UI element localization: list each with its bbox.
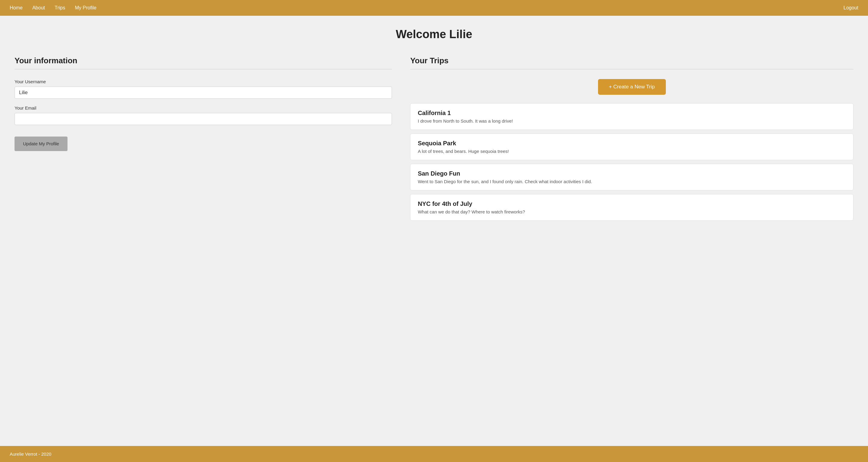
nav-trips[interactable]: Trips (55, 5, 65, 10)
welcome-title: Welcome Lilie (14, 28, 854, 41)
trips-list: California 1I drove from North to South.… (410, 103, 854, 221)
footer-text: Aurelie Verrot - 2020 (10, 452, 52, 457)
trip-card[interactable]: NYC for 4th of JulyWhat can we do that d… (410, 194, 854, 221)
left-divider (14, 69, 392, 69)
trip-card-title: California 1 (417, 110, 846, 117)
username-input[interactable] (14, 87, 392, 99)
your-information-title: Your information (14, 56, 392, 65)
username-label: Your Username (14, 79, 392, 84)
trip-card-description: Went to San Diego for the sun, and I fou… (417, 179, 846, 184)
nav-home[interactable]: Home (10, 5, 23, 10)
trip-card-title: NYC for 4th of July (417, 201, 846, 207)
trip-card-title: San Diego Fun (417, 170, 846, 177)
nav-myprofile[interactable]: My Profile (75, 5, 96, 10)
nav-about[interactable]: About (32, 5, 45, 10)
navbar: Home About Trips My Profile Logout (0, 0, 868, 16)
your-trips-title: Your Trips (410, 56, 854, 65)
main-content: Welcome Lilie Your information Your User… (0, 16, 868, 446)
trip-card-title: Sequoia Park (417, 140, 846, 147)
trip-card[interactable]: San Diego FunWent to San Diego for the s… (410, 164, 854, 190)
columns-container: Your information Your Username Your Emai… (14, 56, 854, 224)
left-column: Your information Your Username Your Emai… (14, 56, 392, 224)
right-column: Your Trips + Create a New Trip Californi… (410, 56, 854, 224)
trip-card-description: What can we do that day? Where to watch … (417, 209, 846, 214)
trip-card[interactable]: California 1I drove from North to South.… (410, 103, 854, 130)
trip-card-description: A lot of trees, and bears. Huge sequoia … (417, 149, 846, 154)
email-group: Your Email (14, 105, 392, 125)
create-trip-button[interactable]: + Create a New Trip (598, 79, 666, 95)
email-input[interactable] (14, 113, 392, 125)
right-divider (410, 69, 854, 69)
footer: Aurelie Verrot - 2020 (0, 446, 868, 462)
nav-links: Home About Trips My Profile (10, 5, 843, 10)
logout-link[interactable]: Logout (843, 5, 858, 10)
username-group: Your Username (14, 79, 392, 99)
email-label: Your Email (14, 105, 392, 111)
update-profile-button[interactable]: Update My Profile (14, 136, 67, 151)
trip-card[interactable]: Sequoia ParkA lot of trees, and bears. H… (410, 133, 854, 160)
trip-card-description: I drove from North to South. It was a lo… (417, 118, 846, 124)
